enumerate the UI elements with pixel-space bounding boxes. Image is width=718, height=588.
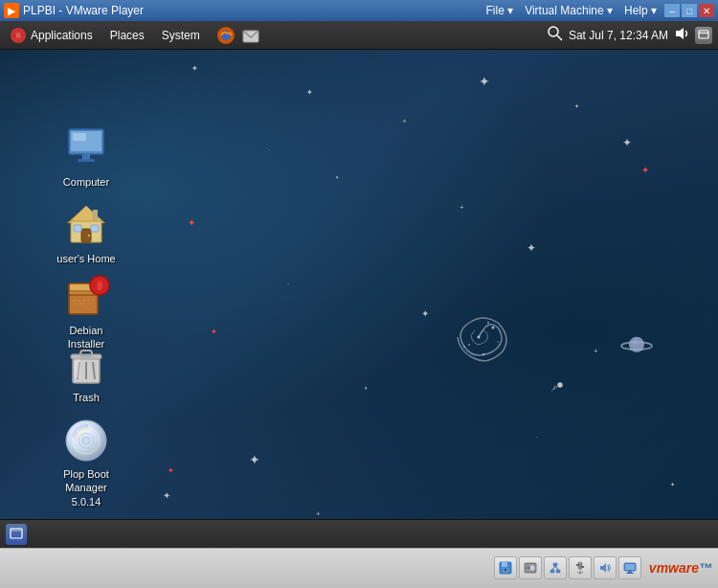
svg-rect-78 — [628, 571, 632, 573]
gnome-places-menu[interactable]: Places — [102, 26, 152, 45]
show-desktop-icon — [10, 528, 23, 541]
cd-drive-icon — [524, 561, 537, 575]
svg-point-16 — [482, 353, 484, 355]
system-label: System — [162, 29, 200, 42]
comet-decoration — [550, 375, 570, 395]
window-list-button[interactable] — [695, 27, 712, 44]
star-decoration: ✦ — [622, 136, 632, 149]
red-star-decoration: ✦ — [188, 217, 195, 228]
volume-applet[interactable] — [674, 26, 689, 44]
svg-rect-35 — [93, 210, 98, 221]
usb-icon — [573, 561, 587, 575]
star-decoration: + — [316, 509, 321, 518]
browser-applet[interactable] — [215, 25, 236, 46]
debian-svg — [63, 274, 109, 320]
email-applet[interactable] — [240, 25, 261, 46]
svg-point-15 — [468, 344, 470, 346]
show-desktop-button[interactable] — [6, 524, 27, 545]
computer-icon[interactable]: Computer — [48, 122, 124, 192]
svg-line-70 — [555, 566, 558, 570]
star-decoration: ✦ — [163, 490, 170, 501]
computer-svg — [63, 125, 109, 171]
vmware-brand-text2: ware — [668, 560, 699, 576]
gnome-system-menu[interactable]: System — [154, 26, 208, 45]
svg-point-1 — [15, 33, 21, 38]
svg-point-64 — [531, 567, 533, 569]
vmware-window-controls: – □ ✕ — [664, 4, 714, 17]
places-label: Places — [110, 29, 145, 42]
star-decoration: + — [594, 347, 598, 355]
floppy-device-icon[interactable] — [494, 556, 517, 579]
vmware-menu-help[interactable]: Help ▾ — [624, 4, 657, 17]
search-applet[interactable] — [548, 26, 563, 44]
maximize-button[interactable]: □ — [682, 4, 697, 17]
gnome-bottom-panel — [0, 519, 718, 548]
home-icon-graphic — [63, 202, 109, 248]
plop-icon-graphic — [63, 418, 109, 464]
sound-device-icon[interactable] — [594, 556, 617, 579]
svg-line-69 — [552, 566, 555, 570]
svg-point-13 — [497, 341, 499, 343]
close-button[interactable]: ✕ — [699, 4, 714, 17]
gnome-menu-bar: Applications Places System — [6, 24, 208, 47]
svg-rect-46 — [80, 351, 92, 356]
svg-rect-24 — [73, 133, 86, 141]
plop-boot-icon[interactable]: Plop Boot Manager5.0.14 — [48, 414, 124, 512]
plop-label: Plop Boot Manager5.0.14 — [52, 467, 121, 509]
home-icon[interactable]: user's Home — [48, 198, 124, 269]
vmware-menu: File ▾ Virtual Machine ▾ Help ▾ — [485, 4, 657, 17]
vmware-brand-logo: vmware™ — [649, 560, 712, 576]
gnome-applications-menu[interactable]: Applications — [6, 24, 101, 47]
star-decoration: ✦ — [421, 308, 429, 319]
star-decoration: ✦ — [364, 385, 368, 391]
svg-point-74 — [579, 561, 581, 563]
gnome-clock-area: Sat Jul 7, 12:34 AM — [548, 26, 712, 44]
star-decoration: · — [287, 280, 289, 288]
clock-display[interactable]: Sat Jul 7, 12:34 AM — [569, 29, 668, 42]
svg-rect-72 — [576, 564, 579, 566]
star-decoration: ✦ — [191, 64, 198, 73]
star-decoration: · — [268, 146, 270, 154]
red-star-decoration: ✦ — [168, 466, 174, 475]
star-decoration: ✦ — [306, 88, 313, 97]
display-icon — [623, 561, 637, 575]
svg-rect-73 — [581, 566, 584, 568]
svg-rect-77 — [625, 564, 635, 570]
vmware-brand-text: vm — [649, 560, 668, 576]
svg-point-60 — [504, 568, 506, 571]
svg-rect-26 — [78, 159, 95, 162]
debian-icon-graphic — [63, 274, 109, 320]
vmware-title: PLPBI - VMware Player — [23, 4, 485, 17]
svg-point-10 — [478, 336, 481, 339]
home-svg — [63, 202, 109, 248]
home-label: user's Home — [56, 252, 115, 265]
vmware-bottombar: vmware™ — [0, 548, 718, 586]
trash-icon[interactable]: Trash — [48, 337, 124, 408]
svg-line-6 — [557, 35, 562, 40]
red-star-decoration: ✦ — [211, 328, 217, 336]
svg-marker-7 — [676, 28, 684, 39]
star-decoration: + — [402, 117, 407, 125]
svg-marker-75 — [600, 563, 606, 573]
vmware-menu-vm[interactable]: Virtual Machine ▾ — [525, 4, 613, 17]
vmware-logo-icon: ▶ — [4, 3, 19, 18]
svg-rect-58 — [502, 562, 507, 567]
svg-rect-56 — [11, 529, 22, 531]
svg-point-54 — [82, 437, 90, 444]
trash-svg — [63, 341, 109, 387]
display-device-icon[interactable] — [618, 556, 641, 579]
network-device-icon[interactable] — [544, 556, 567, 579]
desktop: ✦ ✦ ✦ + · ✦ ✦ ✦ + ✦ · ✦ + ✦ · ✦ ✦ ✦ + ✦ … — [0, 50, 718, 519]
cd-device-icon[interactable] — [519, 556, 542, 579]
vmware-menu-file[interactable]: File ▾ — [485, 4, 513, 17]
usb-device-icon[interactable] — [569, 556, 592, 579]
svg-point-32 — [88, 235, 90, 237]
plop-svg — [63, 418, 109, 464]
svg-rect-34 — [91, 225, 99, 232]
minimize-button[interactable]: – — [664, 4, 680, 17]
svg-point-11 — [487, 322, 489, 324]
trash-label: Trash — [73, 391, 100, 404]
svg-point-14 — [492, 327, 495, 329]
saturn-decoration — [617, 332, 656, 356]
svg-rect-79 — [626, 573, 634, 574]
